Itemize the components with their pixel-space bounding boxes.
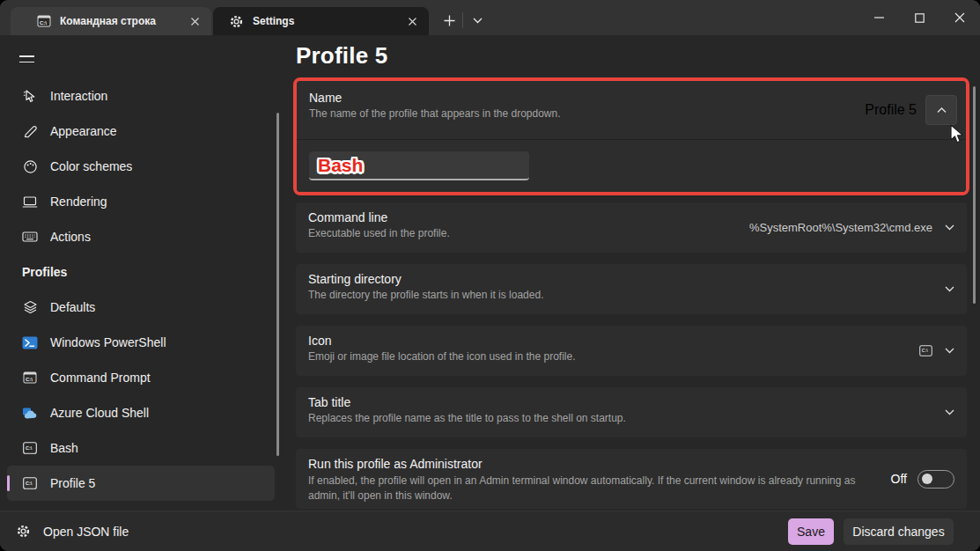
- toggle-state-label: Off: [891, 472, 907, 486]
- setting-description: The directory the profile starts in when…: [308, 289, 954, 301]
- sidebar-item-interaction[interactable]: Interaction: [7, 78, 275, 114]
- setting-description: Emoji or image file location of the icon…: [308, 350, 954, 363]
- profile-settings-content: Profile 5 Name The name of the profile t…: [282, 35, 980, 511]
- svg-text:C:\: C:\: [922, 348, 928, 353]
- close-tab-icon[interactable]: [183, 11, 206, 31]
- tab-dropdown-button[interactable]: [465, 9, 490, 32]
- save-button[interactable]: Save: [788, 518, 834, 545]
- sidebar-item-label: Bash: [50, 441, 78, 455]
- terminal-icon: C:\: [22, 475, 38, 491]
- admin-toggle-switch[interactable]: [917, 470, 954, 489]
- sidebar-item-label: Command Prompt: [50, 371, 151, 385]
- setting-title: Name: [309, 91, 954, 105]
- sidebar-item-appearance[interactable]: Appearance: [7, 114, 275, 149]
- sidebar-item-azure-cloud-shell[interactable]: Azure Cloud Shell: [7, 395, 275, 430]
- typed-text-annotation: Bash: [318, 155, 363, 176]
- content-scrollbar[interactable]: [973, 86, 976, 304]
- window-controls: [858, 0, 980, 35]
- sidebar-nav: Interaction Appearance: [0, 78, 282, 501]
- hamburger-menu-icon[interactable]: [9, 44, 44, 74]
- collapse-button[interactable]: [925, 95, 957, 125]
- sidebar-item-command-prompt[interactable]: C:\ Command Prompt: [7, 360, 275, 395]
- gear-icon: [16, 524, 31, 539]
- cmd-icon: C:\: [37, 15, 51, 27]
- minimize-button[interactable]: [858, 0, 899, 35]
- command-line-setting[interactable]: Command line Executable used in the prof…: [296, 202, 967, 253]
- layers-icon: [22, 299, 38, 315]
- setting-description: The name of the profile that appears in …: [309, 107, 954, 120]
- sidebar-item-label: Defaults: [50, 300, 95, 314]
- toggle-knob: [922, 474, 932, 484]
- sidebar-item-label: Actions: [50, 230, 91, 244]
- app-body: Interaction Appearance: [0, 35, 980, 511]
- chevron-down-icon[interactable]: [945, 348, 954, 354]
- titlebar: C:\ Командная строка Settings: [0, 0, 980, 35]
- sidebar-item-label: Color schemes: [50, 159, 132, 173]
- sidebar-item-color-schemes[interactable]: Color schemes: [7, 149, 275, 184]
- footer-bar: Open JSON file Save Discard changes: [0, 511, 980, 551]
- sidebar-item-defaults[interactable]: Defaults: [7, 290, 275, 325]
- open-json-file-label: Open JSON file: [43, 525, 129, 539]
- setting-description: Replaces the profile name as the title t…: [308, 412, 954, 424]
- sidebar-item-label: Profile 5: [50, 476, 95, 490]
- setting-value: %SystemRoot%\System32\cmd.exe: [749, 221, 932, 234]
- name-setting-expander: Name The name of the profile that appear…: [297, 81, 966, 192]
- starting-directory-setting[interactable]: Starting directory The directory the pro…: [296, 264, 967, 314]
- chevron-down-icon[interactable]: [945, 409, 954, 415]
- chevron-down-icon[interactable]: [945, 286, 954, 292]
- mouse-cursor-icon: [947, 124, 965, 145]
- terminal-icon: C:\: [919, 345, 932, 356]
- tab-label: Settings: [253, 15, 401, 27]
- cursor-icon: [22, 88, 38, 104]
- sidebar-scrollbar[interactable]: [276, 113, 279, 456]
- close-tab-icon[interactable]: [401, 11, 424, 31]
- close-window-button[interactable]: [939, 0, 980, 35]
- setting-description: If enabled, the profile will open in an …: [308, 474, 872, 504]
- svg-text:C:\: C:\: [40, 20, 47, 26]
- open-json-file-button[interactable]: Open JSON file: [0, 524, 129, 539]
- setting-title: Starting directory: [308, 272, 954, 286]
- svg-text:C:\: C:\: [26, 481, 33, 486]
- selection-accent-pill: [7, 475, 10, 491]
- terminal-settings-window: C:\ Командная строка Settings: [0, 0, 980, 551]
- discard-changes-button[interactable]: Discard changes: [844, 518, 954, 545]
- sidebar-item-windows-powershell[interactable]: Windows PowerShell: [7, 325, 275, 360]
- gear-icon: [229, 14, 244, 29]
- sidebar-item-rendering[interactable]: Rendering: [7, 184, 275, 219]
- setting-title: Tab title: [308, 395, 954, 409]
- run-as-admin-setting[interactable]: Run this profile as Administrator If ena…: [296, 449, 967, 509]
- tab-bar-divider: [462, 12, 463, 28]
- cloud-icon: [22, 405, 38, 421]
- chevron-down-icon[interactable]: [945, 224, 954, 231]
- settings-sidebar: Interaction Appearance: [0, 35, 282, 511]
- name-setting-header[interactable]: Name The name of the profile that appear…: [297, 81, 966, 139]
- keyboard-icon: [22, 229, 38, 245]
- tab-title-setting[interactable]: Tab title Replaces the profile name as t…: [296, 387, 967, 437]
- profile-name-input[interactable]: Bash: [309, 151, 529, 180]
- powershell-icon: [22, 334, 38, 350]
- setting-title: Run this profile as Administrator: [308, 457, 954, 471]
- tab-settings[interactable]: Settings: [213, 7, 429, 35]
- setting-title: Icon: [308, 334, 954, 348]
- tab-label: Командная строка: [60, 15, 183, 27]
- tab-command-prompt[interactable]: C:\ Командная строка: [11, 7, 211, 35]
- sidebar-item-label: Rendering: [50, 195, 107, 209]
- annotation-highlight-box: Name The name of the profile that appear…: [293, 77, 969, 195]
- terminal-icon: C:\: [22, 440, 38, 456]
- sidebar-item-bash[interactable]: C:\ Bash: [7, 430, 275, 466]
- cmd-icon: C:\: [22, 370, 38, 386]
- maximize-button[interactable]: [899, 0, 939, 35]
- monitor-icon: [22, 194, 38, 209]
- icon-setting[interactable]: Icon Emoji or image file location of the…: [296, 326, 967, 376]
- setting-value: Profile 5: [865, 102, 917, 118]
- sidebar-item-label: Appearance: [50, 124, 117, 138]
- svg-text:C:\: C:\: [26, 445, 33, 451]
- page-title: Profile 5: [296, 42, 387, 70]
- sidebar-item-label: Windows PowerShell: [50, 335, 166, 349]
- sidebar-item-actions[interactable]: Actions: [7, 219, 275, 254]
- new-tab-button[interactable]: [437, 9, 461, 32]
- sidebar-item-label: Azure Cloud Shell: [50, 406, 149, 420]
- svg-text:C:\: C:\: [26, 377, 33, 382]
- sidebar-item-profile-5[interactable]: C:\ Profile 5: [7, 466, 275, 501]
- pen-icon: [22, 123, 38, 139]
